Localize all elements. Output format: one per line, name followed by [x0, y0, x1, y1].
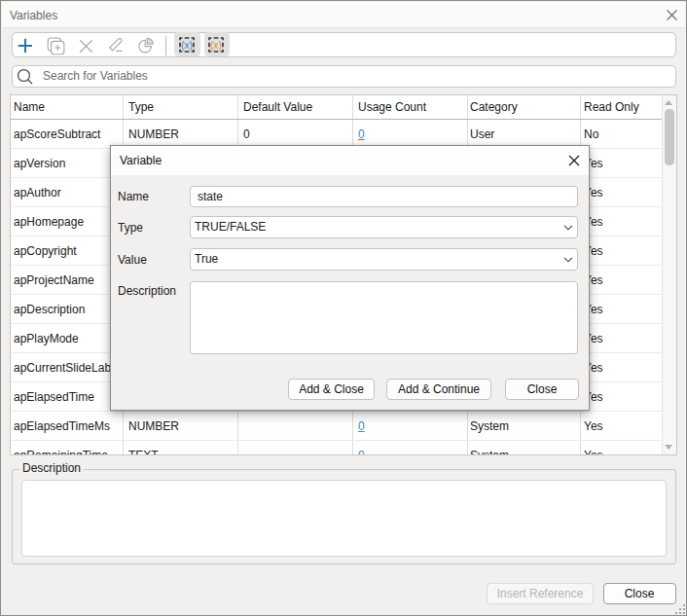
- svg-text:(x): (x): [210, 39, 222, 51]
- svg-text:(x): (x): [181, 39, 193, 51]
